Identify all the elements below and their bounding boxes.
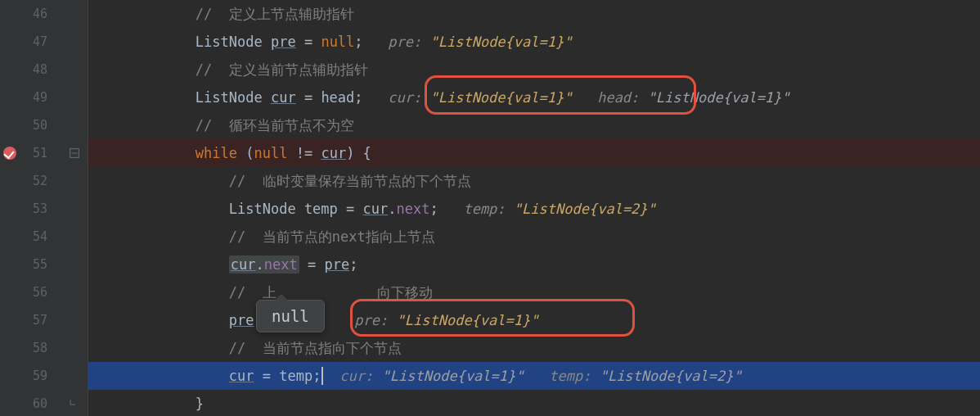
comment: // 定义当前节点辅助指针	[196, 61, 368, 79]
code-line[interactable]: 48 // 定义当前节点辅助指针	[0, 56, 980, 84]
code-line[interactable]: 59 cur = temp; cur: "ListNode{val=1}" te…	[0, 362, 980, 390]
gutter-margin[interactable]	[65, 223, 88, 251]
code-line[interactable]: 47 ListNode pre = null; pre: "ListNode{v…	[0, 28, 980, 56]
gutter-margin[interactable]	[65, 0, 88, 28]
code-line[interactable]: 55 cur.next = pre;	[0, 251, 980, 278]
inlay-value: "ListNode{val=1}"	[382, 368, 524, 384]
gutter-margin[interactable]	[65, 28, 88, 56]
inlay-hint: temp:	[463, 201, 513, 217]
line-number: 56	[0, 278, 65, 306]
gutter-margin[interactable]	[65, 56, 88, 84]
gutter-margin[interactable]	[65, 334, 88, 362]
inlay-hint: pre:	[354, 312, 396, 328]
comment: // 上 向下移动	[229, 283, 433, 302]
gutter-margin[interactable]	[65, 139, 88, 167]
code-line[interactable]: 58 // 当前节点指向下个节点	[0, 334, 980, 362]
code-line[interactable]: 54 // 当前节点的next指向上节点	[0, 223, 980, 251]
inlay-value: "ListNode{val=1}"	[648, 89, 790, 106]
execution-line[interactable]: cur = temp; cur: "ListNode{val=1}" temp:…	[88, 362, 980, 390]
inlay-hint: temp:	[524, 368, 600, 384]
fold-icon[interactable]	[70, 148, 79, 158]
fold-end-icon[interactable]	[70, 399, 79, 409]
code-line[interactable]: 57 pre pre: "ListNode{val=1}"	[0, 306, 980, 334]
inlay-value: "ListNode{val=1}"	[397, 312, 539, 328]
line-number: 54	[0, 223, 65, 251]
code-line[interactable]: 53 ListNode temp = cur.next; temp: "List…	[0, 195, 980, 223]
gutter-margin[interactable]	[65, 251, 88, 278]
line-number: 52	[0, 167, 65, 195]
comment: // 临时变量保存当前节点的下个节点	[229, 172, 471, 191]
code-line[interactable]: 56 // 上 向下移动	[0, 278, 980, 306]
comment: // 定义上节点辅助指针	[196, 5, 354, 24]
gutter-margin[interactable]	[65, 390, 88, 416]
comment: // 当前节点的next指向上节点	[229, 228, 435, 246]
line-number: 53	[0, 195, 65, 223]
line-number: 59	[0, 362, 65, 390]
code-line[interactable]: 60 }	[0, 390, 980, 416]
line-number: 60	[0, 390, 65, 416]
inlay-hint: cur:	[388, 89, 429, 106]
gutter-margin[interactable]	[65, 306, 88, 334]
comment: // 循环当前节点不为空	[196, 116, 354, 135]
line-number: 51	[0, 139, 65, 167]
inlay-hint: head:	[572, 89, 647, 106]
gutter-margin[interactable]	[65, 84, 88, 111]
code-line[interactable]: 51 while (null != cur) {	[0, 139, 980, 167]
code-line[interactable]: 50 // 循环当前节点不为空	[0, 111, 980, 139]
inlay-value: "ListNode{val=1}"	[429, 89, 572, 106]
inlay-hint: pre:	[388, 34, 429, 50]
line-number: 50	[0, 111, 65, 139]
line-number: 48	[0, 56, 65, 84]
line-number: 55	[0, 251, 65, 278]
inlay-value: "ListNode{val=1}"	[429, 34, 572, 50]
comment: // 当前节点指向下个节点	[229, 339, 402, 358]
line-number: 58	[0, 334, 65, 362]
code-line[interactable]: 49 ListNode cur = head; cur: "ListNode{v…	[0, 84, 980, 111]
gutter-margin[interactable]	[65, 195, 88, 223]
gutter-margin[interactable]	[65, 111, 88, 139]
line-number: 46	[0, 0, 65, 28]
breakpoint-icon[interactable]	[3, 147, 16, 160]
code-line[interactable]: 46 // 定义上节点辅助指针	[0, 0, 980, 28]
debug-tooltip: null	[256, 300, 325, 332]
line-number: 47	[0, 28, 65, 56]
line-number: 57	[0, 306, 65, 334]
inlay-value: "ListNode{val=2}"	[600, 368, 742, 384]
code-editor[interactable]: 46 // 定义上节点辅助指针 47 ListNode pre = null; …	[0, 0, 980, 416]
gutter-margin[interactable]	[65, 362, 88, 390]
inlay-hint: cur:	[323, 368, 382, 384]
line-number: 49	[0, 84, 65, 111]
gutter-margin[interactable]	[65, 278, 88, 306]
code-line[interactable]: 52 // 临时变量保存当前节点的下个节点	[0, 167, 980, 195]
gutter-margin[interactable]	[65, 167, 88, 195]
inlay-value: "ListNode{val=2}"	[514, 201, 656, 217]
